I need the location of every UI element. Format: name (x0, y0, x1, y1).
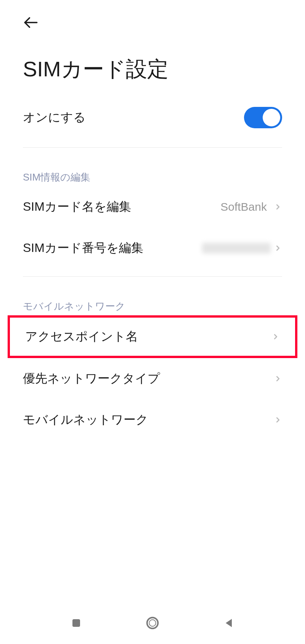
nav-recent-button[interactable] (69, 615, 84, 631)
row-enable[interactable]: オンにする (23, 95, 282, 140)
chevron-right-icon (274, 203, 282, 211)
chevron-right-icon (274, 374, 282, 383)
nav-home-button[interactable] (145, 615, 160, 631)
section-header-mobile-network: モバイルネットワーク (0, 284, 305, 315)
section-header-sim-info: SIM情報の編集 (0, 155, 305, 186)
highlight-apn: アクセスポイント名 (8, 315, 297, 358)
svg-point-3 (149, 620, 156, 626)
edit-sim-number-value-redacted (202, 243, 271, 253)
edit-sim-name-label: SIMカード名を編集 (23, 199, 131, 215)
row-preferred-network-type[interactable]: 優先ネットワークタイプ (23, 358, 282, 399)
divider (23, 276, 282, 277)
mobile-network-label: モバイルネットワーク (23, 412, 148, 428)
triangle-left-icon (223, 617, 235, 629)
back-button[interactable] (23, 15, 39, 32)
row-edit-sim-number[interactable]: SIMカード番号を編集 (23, 228, 282, 269)
nav-back-button[interactable] (221, 615, 236, 631)
toggle-thumb (263, 109, 280, 126)
apn-label: アクセスポイント名 (25, 328, 138, 345)
enable-label: オンにする (23, 109, 86, 126)
android-navbar (0, 602, 305, 644)
svg-point-2 (147, 618, 158, 629)
chevron-right-icon (271, 332, 280, 341)
row-apn[interactable]: アクセスポイント名 (25, 318, 280, 356)
svg-rect-1 (72, 619, 80, 627)
divider (23, 147, 282, 148)
preferred-network-type-label: 優先ネットワークタイプ (23, 370, 160, 387)
enable-toggle[interactable] (244, 107, 282, 128)
circle-icon (145, 616, 160, 630)
edit-sim-name-value: SoftBank (220, 200, 267, 213)
chevron-right-icon (274, 244, 282, 252)
edit-sim-number-label: SIMカード番号を編集 (23, 240, 143, 257)
arrow-left-icon (23, 15, 39, 31)
square-icon (71, 617, 82, 629)
row-edit-sim-name[interactable]: SIMカード名を編集 SoftBank (23, 186, 282, 228)
chevron-right-icon (274, 416, 282, 424)
row-mobile-network[interactable]: モバイルネットワーク (23, 399, 282, 441)
page-title: SIMカード設定 (0, 36, 305, 95)
